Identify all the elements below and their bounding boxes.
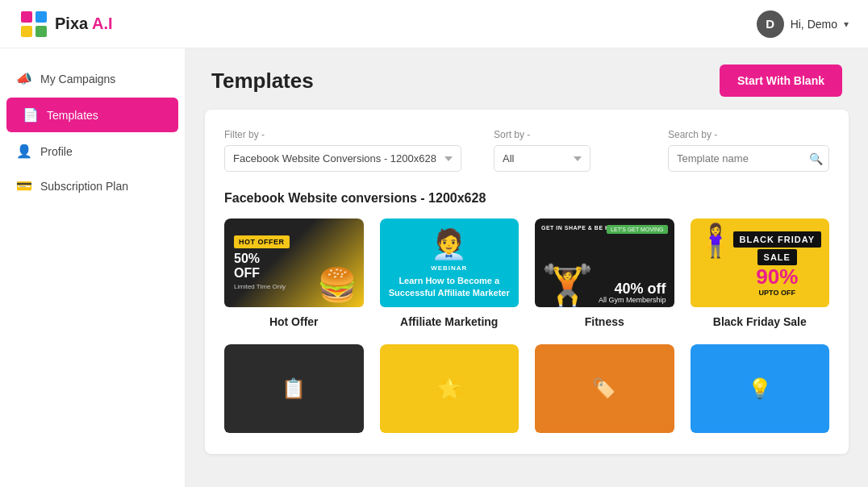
search-by-label: Search by - bbox=[668, 129, 829, 140]
avatar: D bbox=[757, 10, 784, 38]
template-card-affiliate-marketing[interactable]: 🧑‍💼 Webinar Learn How to Become a Succes… bbox=[380, 219, 520, 328]
campaigns-icon: 📣 bbox=[16, 71, 32, 86]
main-area: 📣 My Campaigns 📄 Templates 👤 Profile 💳 S… bbox=[0, 48, 868, 487]
search-input[interactable] bbox=[668, 145, 829, 172]
sort-by-group: Sort by - All Popular New bbox=[494, 129, 590, 172]
sidebar-label-profile: Profile bbox=[40, 145, 73, 158]
template-card-fitness[interactable]: GET IN SHAPE & BE HEALTHY LET'S GET MOVI… bbox=[535, 219, 674, 328]
sort-by-label: Sort by - bbox=[494, 129, 590, 140]
sidebar-label-templates: Templates bbox=[47, 109, 98, 122]
app-wrapper: Pixa A.I D Hi, Demo ▾ 📣 My Campaigns 📄 T… bbox=[0, 0, 868, 487]
user-area[interactable]: D Hi, Demo ▾ bbox=[757, 10, 849, 38]
sidebar-item-profile[interactable]: 👤 Profile bbox=[0, 134, 185, 169]
svg-rect-3 bbox=[35, 26, 47, 37]
start-blank-button[interactable]: Start With Blank bbox=[720, 65, 842, 97]
page-header: Templates Start With Blank bbox=[186, 48, 868, 110]
template-card-hot-offer[interactable]: HOT OFFER 50%OFF Limited Time Only 🍔 Hot… bbox=[224, 219, 364, 328]
sidebar-item-templates[interactable]: 📄 Templates bbox=[6, 98, 178, 132]
sort-by-select[interactable]: All Popular New bbox=[494, 145, 590, 172]
template-grid-row2: 📋 🌟 🏷️ bbox=[224, 344, 829, 441]
search-input-wrap: 🔍 bbox=[668, 145, 829, 172]
template-thumb-blackfriday: 🧍‍♀️ BLACK FRIDAY SALE 90% UPTO OFF bbox=[691, 219, 830, 307]
template-name-black-friday-sale: Black Friday Sale bbox=[691, 315, 830, 328]
template-thumb-affiliate: 🧑‍💼 Webinar Learn How to Become a Succes… bbox=[380, 219, 520, 307]
template-thumb-hot-offer: HOT OFFER 50%OFF Limited Time Only 🍔 bbox=[224, 219, 364, 307]
chevron-down-icon: ▾ bbox=[844, 19, 849, 30]
sidebar-item-subscription-plan[interactable]: 💳 Subscription Plan bbox=[0, 169, 185, 203]
logo-text: Pixa A.I bbox=[55, 15, 113, 33]
topbar: Pixa A.I D Hi, Demo ▾ bbox=[0, 0, 868, 48]
template-card-black-friday-sale[interactable]: 🧍‍♀️ BLACK FRIDAY SALE 90% UPTO OFF Blac… bbox=[691, 219, 830, 328]
template-card-row2-1[interactable]: 📋 bbox=[224, 344, 364, 441]
template-card-row2-4[interactable]: 💡 bbox=[691, 344, 830, 441]
template-thumb-row2-4: 💡 bbox=[691, 344, 830, 433]
template-name-affiliate-marketing: Affiliate Marketing bbox=[380, 315, 520, 328]
template-thumb-row2-3: 🏷️ bbox=[535, 344, 674, 433]
template-name-hot-offer: Hot Offer bbox=[224, 315, 364, 328]
logo-icon bbox=[19, 10, 48, 39]
hi-text: Hi, Demo bbox=[791, 18, 837, 31]
templates-panel: Filter by - Facebook Website Conversions… bbox=[205, 110, 849, 454]
filter-by-select[interactable]: Facebook Website Conversions - 1200x628 … bbox=[224, 145, 461, 172]
filters-row: Filter by - Facebook Website Conversions… bbox=[224, 129, 829, 172]
sidebar: 📣 My Campaigns 📄 Templates 👤 Profile 💳 S… bbox=[0, 48, 186, 487]
sidebar-item-my-campaigns[interactable]: 📣 My Campaigns bbox=[0, 61, 185, 96]
svg-rect-0 bbox=[21, 11, 32, 23]
template-grid: HOT OFFER 50%OFF Limited Time Only 🍔 Hot… bbox=[224, 219, 829, 328]
template-thumb-fitness: GET IN SHAPE & BE HEALTHY LET'S GET MOVI… bbox=[535, 219, 674, 307]
templates-icon: 📄 bbox=[23, 107, 39, 123]
template-thumb-row2-2: 🌟 bbox=[380, 344, 520, 433]
template-name-fitness: Fitness bbox=[535, 315, 674, 328]
sidebar-label-my-campaigns: My Campaigns bbox=[40, 73, 115, 85]
filter-by-label: Filter by - bbox=[224, 129, 461, 140]
svg-rect-2 bbox=[21, 26, 32, 37]
template-card-row2-2[interactable]: 🌟 bbox=[380, 344, 520, 441]
logo-area: Pixa A.I bbox=[19, 10, 113, 39]
section-heading: Facebook Website conversions - 1200x628 bbox=[224, 191, 829, 206]
template-thumb-row2-1: 📋 bbox=[224, 344, 364, 433]
svg-rect-1 bbox=[35, 11, 47, 23]
page-content: Templates Start With Blank Filter by - F… bbox=[186, 48, 868, 487]
filter-by-group: Filter by - Facebook Website Conversions… bbox=[224, 129, 461, 172]
profile-icon: 👤 bbox=[16, 144, 32, 159]
template-card-row2-3[interactable]: 🏷️ bbox=[535, 344, 674, 441]
page-title: Templates bbox=[211, 69, 314, 94]
sidebar-label-subscription: Subscription Plan bbox=[40, 180, 128, 193]
search-icon-button[interactable]: 🔍 bbox=[809, 152, 823, 165]
subscription-icon: 💳 bbox=[16, 178, 32, 194]
search-group: Search by - 🔍 bbox=[668, 129, 829, 172]
